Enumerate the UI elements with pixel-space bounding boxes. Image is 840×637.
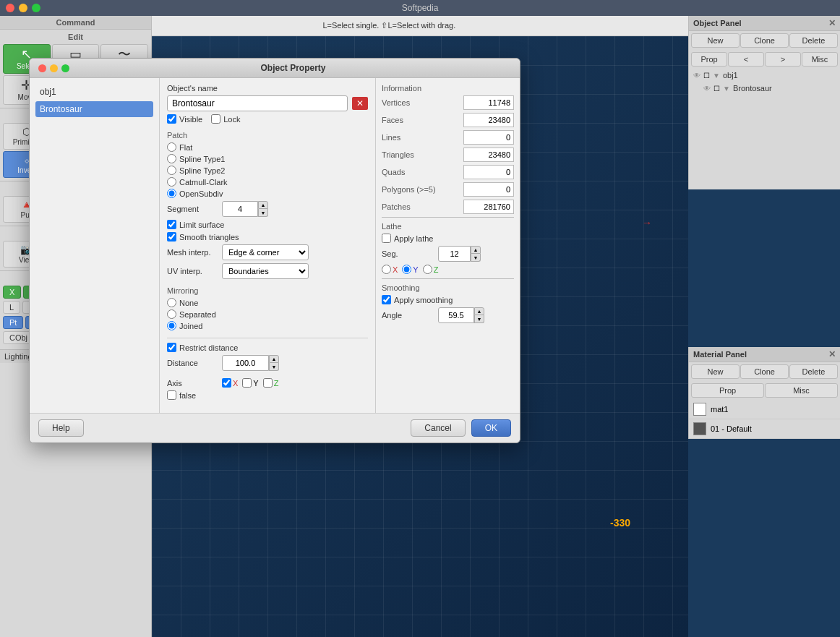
segment-up-btn[interactable]: ▲ [258, 201, 268, 209]
clear-name-btn[interactable]: ✕ [352, 97, 368, 110]
flat-radio[interactable] [167, 142, 176, 152]
checkbox-brontosaur[interactable]: ☐ [713, 85, 720, 93]
mesh-interp-select[interactable]: Edge & corner Boundaries [222, 244, 309, 260]
flat-label: Flat [179, 143, 192, 152]
lathe-seg-down-btn[interactable]: ▼ [471, 254, 481, 262]
patch-section: Patch Flat Spline Type1 Spline Type2 Cat… [167, 131, 368, 279]
lathe-seg-spinner: ▲ ▼ [438, 246, 481, 262]
distance-label: Distance [167, 359, 218, 367]
dialog-footer: Help Cancel OK [30, 413, 520, 443]
none-label: None [179, 299, 198, 307]
dialog-close-btn[interactable] [38, 64, 46, 72]
material-misc-btn[interactable]: Misc [765, 383, 838, 398]
minus-330-label: -330 [610, 517, 630, 529]
axis-section: Axis X Y Z [167, 378, 368, 400]
mat1-swatch [693, 403, 706, 416]
material-delete-btn[interactable]: Delete [789, 364, 838, 379]
separated-radio[interactable] [167, 309, 176, 319]
object-next-btn[interactable]: > [765, 52, 801, 67]
none-radio[interactable] [167, 298, 176, 307]
expand-brontosaur[interactable]: ▼ [723, 85, 730, 93]
distance-down-btn[interactable]: ▼ [269, 363, 279, 371]
mirroring-title: Mirroring [167, 286, 368, 295]
opensubdiv-radio[interactable] [167, 189, 176, 198]
material-prop-btn[interactable]: Prop [691, 383, 764, 398]
material-item-mat1[interactable]: mat1 [689, 400, 840, 419]
material-panel-close[interactable]: ✕ [828, 349, 836, 359]
uv-interp-select[interactable]: Boundaries Edge & corner [222, 263, 309, 279]
object-item-brontosaur[interactable]: 👁 ☐ ▼ Brontosaur [689, 82, 840, 95]
lock-checkbox[interactable] [211, 114, 220, 124]
angle-up-btn[interactable]: ▲ [474, 307, 484, 315]
lathe-seg-input[interactable] [438, 246, 471, 262]
object-panel-close[interactable]: ✕ [828, 18, 836, 28]
axis-y-checkbox[interactable] [242, 378, 252, 388]
dialog-brontosaur-item[interactable]: Brontosaur [35, 101, 153, 117]
object-clone-btn[interactable]: Clone [740, 33, 789, 48]
uv-interp-label: UV interp. [167, 267, 218, 275]
material-item-default[interactable]: 01 - Default [689, 419, 840, 439]
distance-up-btn[interactable]: ▲ [269, 355, 279, 363]
spline1-radio[interactable] [167, 154, 176, 163]
local-coord-label: false [179, 391, 196, 400]
object-item-obj1[interactable]: 👁 ☐ ▼ obj1 [689, 69, 840, 82]
visible-checkbox[interactable] [167, 114, 176, 124]
object-delete-btn[interactable]: Delete [789, 33, 838, 48]
dialog-minimize-btn[interactable] [50, 64, 58, 72]
material-clone-btn[interactable]: Clone [740, 364, 789, 379]
expand-obj1[interactable]: ▼ [713, 72, 720, 80]
smooth-triangles-checkbox[interactable] [167, 232, 176, 241]
ok-button[interactable]: OK [471, 419, 511, 437]
angle-input[interactable] [438, 307, 474, 323]
restrict-distance-checkbox[interactable] [167, 343, 176, 352]
toolbar-status: L=Select single. ⇧L=Select with drag. [78, 21, 700, 30]
l-btn[interactable]: L [3, 301, 20, 314]
lathe-z-radio[interactable] [423, 265, 432, 274]
help-button[interactable]: Help [38, 419, 84, 437]
segment-down-btn[interactable]: ▼ [258, 209, 268, 217]
maximize-button[interactable] [32, 4, 40, 12]
lathe-x-radio[interactable] [382, 265, 391, 274]
lathe-y-radio[interactable] [402, 265, 411, 274]
segment-input[interactable] [222, 201, 258, 217]
axis-y-group: Y [242, 378, 258, 388]
dialog-zoom-btn[interactable] [61, 64, 69, 72]
object-prev-btn[interactable]: < [728, 52, 764, 67]
spline2-radio[interactable] [167, 166, 176, 175]
title-bar: Softpedia [0, 0, 840, 16]
catmull-radio[interactable] [167, 177, 176, 187]
limit-surface-checkbox[interactable] [167, 220, 176, 229]
minimize-button[interactable] [19, 4, 27, 12]
x-axis-btn[interactable]: X [3, 286, 21, 299]
separated-label: Separated [179, 310, 216, 319]
object-name-input[interactable] [167, 95, 348, 111]
object-misc-btn[interactable]: Misc [802, 52, 838, 67]
local-coord-checkbox[interactable] [167, 390, 176, 400]
apply-lathe-checkbox[interactable] [382, 234, 391, 243]
cancel-button[interactable]: Cancel [411, 419, 465, 437]
pt-btn[interactable]: Pt [3, 316, 23, 329]
smoothing-title: Smoothing [382, 283, 514, 292]
apply-smoothing-checkbox[interactable] [382, 295, 391, 304]
checkbox-obj1[interactable]: ☐ [703, 72, 710, 80]
material-new-btn[interactable]: New [691, 364, 740, 379]
dialog-obj1-item[interactable]: obj1 [35, 84, 153, 100]
triangles-label: Triangles [382, 150, 440, 159]
angle-label: Angle [382, 311, 432, 320]
distance-spinner: ▲ ▼ [222, 355, 279, 371]
lathe-seg-up-btn[interactable]: ▲ [471, 246, 481, 254]
object-panel-title: Object Panel [693, 19, 742, 27]
angle-down-btn[interactable]: ▼ [474, 315, 484, 323]
axis-x-checkbox[interactable] [222, 378, 231, 388]
lathe-x-label: X [393, 265, 398, 274]
material-panel-title: Material Panel [693, 350, 747, 359]
default-swatch [693, 422, 706, 435]
axis-z-checkbox[interactable] [263, 378, 273, 388]
object-prop-btn[interactable]: Prop [691, 52, 727, 67]
object-new-btn[interactable]: New [691, 33, 740, 48]
joined-radio[interactable] [167, 321, 176, 330]
distance-input[interactable] [222, 355, 269, 371]
mat1-name: mat1 [711, 405, 728, 414]
close-button[interactable] [6, 4, 14, 12]
dialog-main-content: Object's name ✕ Visible Lock Patch [160, 78, 375, 413]
